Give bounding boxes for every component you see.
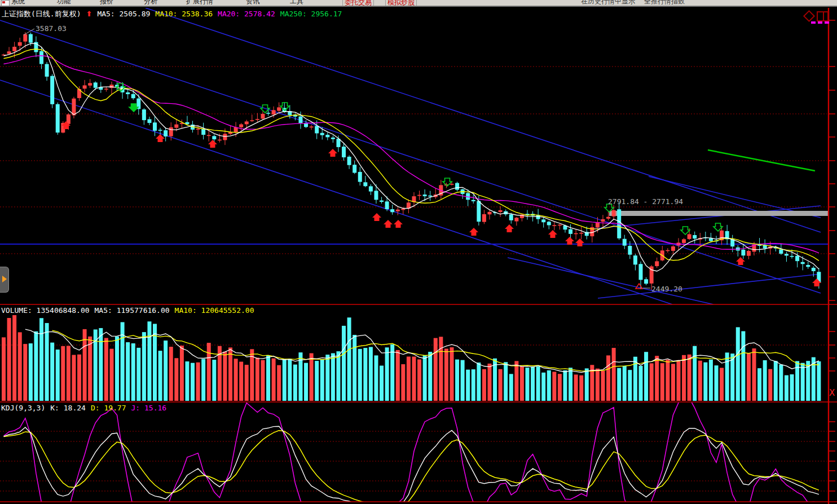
volume-bar [293,365,297,401]
candle-body [601,219,605,222]
candle-body [455,183,459,190]
volume-bar [763,360,767,401]
candle-body [806,265,810,267]
volume-bar [617,368,621,401]
volume-bar [363,348,367,401]
volume-bar [682,355,686,401]
ma20-label: MA20: 2578.42 [218,10,275,18]
candle-body [218,140,222,141]
candle-body [201,129,205,135]
ma10-line [4,49,819,260]
volume-bar [121,322,125,401]
candle-body [158,130,162,131]
volume-label: VOLUME: 135406848.00 [1,306,90,315]
volume-bar [331,353,335,401]
volume-bar [283,360,287,401]
candle-body [509,214,513,220]
buy-signal-arrow-icon [505,224,514,232]
candle-body [12,47,16,51]
volume-bar [439,337,443,401]
instrument-title: 上证指数(日线.前复权) [2,10,81,18]
candle-body [7,51,11,54]
volume-bar [115,337,119,401]
candle-body [628,246,632,255]
candle-body [396,210,400,211]
volume-bar [315,361,319,401]
volume-bar [174,358,178,401]
candle-body [785,254,788,255]
buy-signal-arrow-icon [575,238,584,246]
volume-pane-header: VOLUME: 135406848.00MA5: 119577616.00MA1… [1,306,259,315]
candle-body [612,210,616,216]
volume-bar [385,347,389,401]
volume-bar [585,368,589,401]
candle-body [347,157,351,165]
candle-body [207,135,211,136]
volume-bar [563,370,567,401]
volume-bar [790,374,794,401]
candle-body [633,255,637,264]
volume-bar [380,366,384,401]
axis [0,8,837,504]
volume-bar [147,321,151,401]
volume-bars [2,315,821,401]
ma20-line [4,56,819,253]
volume-bar [7,318,11,401]
candle-body [358,172,362,182]
candle-body [688,234,691,238]
volume-bar [277,365,281,401]
candle-body [801,262,805,264]
volume-bar [499,369,503,401]
volume-bar [601,371,605,401]
volume-bar [196,362,200,401]
chart-canvas [0,0,837,504]
volume-bar [450,347,453,401]
candle-body [741,250,745,255]
volume-bar [228,347,232,401]
volume-bar [461,360,465,401]
candle-body [541,219,545,222]
candle-body [569,229,572,234]
candle-body [72,99,76,116]
volume-ma5-label: MA5: 119577616.00 [95,306,170,315]
gridlines [0,67,827,491]
volume-bar [715,365,719,401]
candle-body [638,264,642,280]
candle-body [147,119,151,123]
candle-body [353,165,356,173]
volume-bar [525,368,529,401]
gap-zone-label: 2791.84 - 2771.94 [608,197,683,206]
volume-bar [596,369,600,401]
volume-bar [261,360,265,401]
volume-bar [353,335,356,401]
candle-body [325,135,329,137]
volume-bar [223,352,227,401]
volume-bar [191,363,195,401]
candle-body [255,119,259,120]
candle-body [423,194,427,196]
volume-bar [266,355,270,401]
candles [2,32,821,290]
volume-bar [23,344,27,401]
volume-bar [396,350,400,401]
buy-signal-arrow-icon [208,140,217,148]
candle-body [779,249,783,254]
volume-bar [812,357,816,401]
volume-bar [768,369,772,401]
candle-body [487,212,491,214]
candle-body [499,210,503,212]
volume-bar [412,357,416,401]
volume-bar [671,364,675,401]
trendlines [0,8,828,304]
candle-body [174,125,178,128]
volume-pane-close-button[interactable]: X [829,388,835,398]
volume-bar [817,361,821,401]
window-box-icon[interactable] [817,11,829,21]
candle-body [693,235,697,238]
buy-signal-arrow-icon [156,134,165,142]
volume-bar [126,342,130,401]
sidebar-expand-tab[interactable] [0,267,9,293]
volume-bar [541,373,545,401]
volume-bar [88,337,92,401]
candle-body [666,250,669,251]
